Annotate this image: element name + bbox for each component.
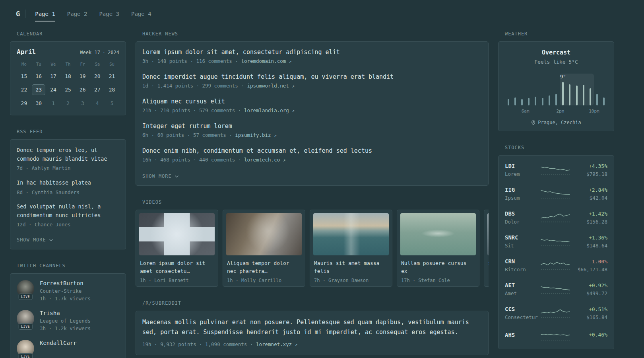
hn-item-stats: 3h · 148 points · 116 comments · (142, 58, 238, 64)
stock-row[interactable]: AET Amet +0.92% $499.72 (505, 277, 607, 301)
calendar-day[interactable]: 22 (17, 84, 31, 95)
calendar-weekday: Sa (90, 62, 105, 66)
twitch-channel-row[interactable]: LIVE KendallCarr (17, 340, 119, 357)
calendar-day[interactable]: 18 (61, 71, 75, 82)
calendar-day[interactable]: 15 (17, 71, 31, 82)
video-title[interactable]: Aliquam tempor dolor nec pharetra… (227, 259, 301, 275)
hn-item-domain-link[interactable]: loremtech.co ↗ (244, 157, 285, 163)
channel-name[interactable]: Trisha (40, 310, 91, 316)
page-tab[interactable]: Page 4 (131, 11, 151, 17)
rss-item-title[interactable]: In hac habitasse platea (17, 179, 119, 187)
hn-item-title[interactable]: Lorem ipsum dolor sit amet, consectetur … (142, 48, 482, 56)
video-thumbnail[interactable] (139, 213, 215, 255)
video-thumbnail[interactable] (400, 213, 476, 255)
calendar-day[interactable]: 30 (32, 98, 45, 109)
video-title[interactable]: Lorem ipsum dolor sit amet consectetu… (140, 259, 214, 275)
weather-bar-column (539, 74, 546, 105)
hn-show-more-button[interactable]: SHOW MORE (142, 173, 179, 179)
calendar-day[interactable]: 5 (105, 98, 119, 109)
weather-time-label: 2pm (556, 109, 564, 114)
middle-column: HACKER NEWS Lorem ipsum dolor sit amet, … (136, 31, 489, 358)
twitch-channel-row[interactable]: LIVE Trisha League of Legends 3h · 1.2k … (17, 310, 119, 331)
calendar-day[interactable]: 2 (61, 98, 75, 109)
rss-card: Donec tempor eros leo, ut commodo mauris… (10, 139, 126, 249)
calendar-day[interactable]: 20 (91, 71, 104, 82)
calendar-day[interactable]: 23 (32, 84, 45, 95)
chevron-down-icon (49, 239, 53, 241)
hn-item-domain: loremtech.co (244, 157, 280, 163)
post-meta: 19h · 9,932 points · 1,090 comments · lo… (142, 341, 482, 348)
rss-item-title[interactable]: Sed volutpat nulla nisl, a condimentum n… (17, 202, 119, 220)
weather-bar-column: 9° (560, 74, 566, 105)
app-logo[interactable]: G (10, 10, 25, 18)
video-title[interactable]: Suspendisse diam (488, 259, 489, 275)
stock-row[interactable]: CCS Consectetur +0.51% $165.84 (505, 301, 607, 325)
stock-row[interactable]: AHS +0.46% (505, 325, 607, 346)
calendar-day[interactable]: 29 (17, 98, 31, 109)
calendar-weekday: Fr (75, 62, 90, 66)
weather-bar-column (580, 74, 587, 105)
stock-row[interactable]: DBS Dolor +1.42% $156.28 (505, 206, 607, 230)
hn-item-domain-link[interactable]: loremdomain.com ↗ (241, 58, 291, 64)
weather-bar-column (566, 74, 573, 105)
post-title[interactable]: Maecenas mollis pulvinar erat non posuer… (142, 317, 482, 337)
video-card[interactable]: Mauris sit amet massa felis 7h · Grayson… (310, 210, 392, 287)
hn-item-domain-link[interactable]: ipsumify.biz ↗ (235, 132, 276, 138)
rss-show-more-button[interactable]: SHOW MORE (17, 237, 53, 243)
calendar-weekday: Tu (31, 62, 46, 66)
hn-item-domain-link[interactable]: loremlandia.org ↗ (244, 107, 295, 113)
post-domain-link[interactable]: loremnet.xyz ↗ (256, 341, 297, 347)
channel-viewers: 3h · 1.2k viewers (40, 325, 91, 331)
calendar-day[interactable]: 1 (47, 98, 60, 109)
video-thumbnail[interactable] (313, 213, 389, 255)
calendar-day[interactable]: 21 (105, 71, 119, 82)
video-card[interactable]: Suspendisse diam 18h · Tara (484, 210, 489, 287)
video-card[interactable]: Lorem ipsum dolor sit amet consectetu… 1… (136, 210, 218, 287)
rss-list: Donec tempor eros leo, ut commodo mauris… (17, 146, 119, 229)
hn-item-meta: 3h · 148 points · 116 comments · loremdo… (142, 58, 482, 65)
hn-item-title[interactable]: Donec imperdiet augue tincidunt felis al… (142, 73, 482, 81)
channel-name[interactable]: KendallCarr (40, 340, 77, 346)
calendar-day[interactable]: 24 (47, 84, 60, 95)
hn-item-title[interactable]: Donec enim nibh, condimentum et accumsan… (142, 147, 482, 155)
channel-avatar-wrap: LIVE (17, 280, 34, 298)
video-card[interactable]: Aliquam tempor dolor nec pharetra… 1h · … (223, 210, 305, 287)
page-tab[interactable]: Page 1 (35, 11, 55, 17)
rss-item: Sed volutpat nulla nisl, a condimentum n… (17, 202, 119, 229)
calendar-day[interactable]: 16 (32, 71, 45, 82)
rss-item-title[interactable]: Donec tempor eros leo, ut commodo mauris… (17, 146, 119, 163)
video-title[interactable]: Nullam posuere cursus ex (401, 259, 475, 275)
video-thumbnail[interactable] (226, 213, 302, 255)
videos-widget-title: VIDEOS (136, 199, 489, 205)
weather-widget: WEATHER Overcast Feels like 5°C 9° 6am2p… (498, 31, 614, 131)
hn-item-title[interactable]: Aliquam nec cursus elit (142, 97, 482, 105)
stock-row[interactable]: SNRC Sit +1.36% $148.64 (505, 230, 607, 253)
stock-row[interactable]: IIG Ipsum +2.84% $42.04 (505, 182, 607, 206)
calendar-day[interactable]: 4 (91, 98, 104, 109)
calendar-day[interactable]: 27 (91, 84, 104, 95)
calendar-day[interactable]: 17 (47, 71, 60, 82)
page-tab[interactable]: Page 3 (99, 11, 119, 17)
video-thumbnail[interactable] (487, 213, 489, 255)
page-tab[interactable]: Page 2 (67, 11, 87, 17)
calendar-day[interactable]: 19 (76, 71, 89, 82)
stock-sparkline (540, 212, 570, 224)
video-card[interactable]: Nullam posuere cursus ex 17h · Stefan Co… (397, 210, 479, 287)
stock-values: +1.42% $156.28 (571, 211, 607, 225)
calendar-day[interactable]: 3 (76, 98, 89, 109)
twitch-channel-row[interactable]: LIVE ForrestBurton Counter-Strike 1h · 1… (17, 280, 119, 302)
channel-name[interactable]: ForrestBurton (40, 280, 91, 286)
video-title[interactable]: Mauris sit amet massa felis (314, 259, 388, 275)
calendar-day[interactable]: 28 (105, 84, 119, 95)
stock-values: +0.92% $499.72 (571, 282, 607, 296)
calendar-day[interactable]: 26 (76, 84, 89, 95)
stock-row[interactable]: LDI Lorem +4.35% $795.18 (505, 158, 607, 182)
channel-info: KendallCarr (40, 340, 77, 348)
stock-id: LDI Lorem (505, 163, 540, 177)
hn-item-domain-link[interactable]: ipsumworld.net ↗ (247, 83, 295, 89)
calendar-week-label: Week 17 (80, 50, 100, 55)
stock-row[interactable]: CRN Bitcorn -1.00% $66,171.48 (505, 253, 607, 277)
hn-item: Donec imperdiet augue tincidunt felis al… (142, 73, 482, 90)
calendar-day[interactable]: 25 (61, 84, 75, 95)
hn-item-title[interactable]: Integer eget rutrum lorem (142, 122, 482, 130)
